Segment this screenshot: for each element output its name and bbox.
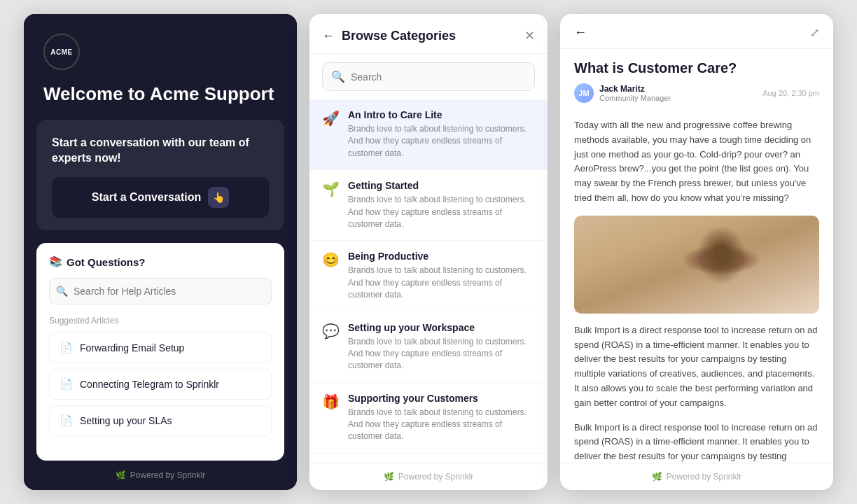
article-item-1[interactable]: 📄 Connecting Telegram to Sprinklr bbox=[49, 369, 272, 400]
article-label-0: Forwarding Email Setup bbox=[80, 342, 184, 354]
category-icon-4: 🎁 bbox=[322, 393, 340, 410]
close-button[interactable]: ✕ bbox=[524, 28, 535, 43]
category-title-2: Being Productive bbox=[348, 251, 535, 262]
category-icon-3: 💬 bbox=[322, 323, 340, 340]
category-item-4[interactable]: 🎁 Supporting your Customers Brands love … bbox=[309, 383, 548, 454]
start-conversation-label: Start a Conversation bbox=[92, 191, 201, 204]
article-panel: ← ⤢ What is Customer Care? JM Jack Marit… bbox=[560, 14, 833, 490]
acme-logo-text: ACME bbox=[50, 48, 72, 56]
start-conversation-button[interactable]: Start a Conversation 👆 bbox=[52, 177, 269, 218]
left-footer-text: Powered by Sprinklr bbox=[130, 470, 205, 480]
article-label-2: Setting up your SLAs bbox=[80, 415, 172, 426]
welcome-title: Welcome to Acme Support bbox=[43, 83, 277, 106]
category-desc-2: Brands love to talk about listening to c… bbox=[348, 265, 535, 301]
category-desc-0: Brands love to talk about listening to c… bbox=[348, 123, 535, 160]
sprinklr-leaf-icon-mid: 🌿 bbox=[384, 472, 394, 482]
article-item-2[interactable]: 📄 Setting up your SLAs bbox=[49, 405, 272, 436]
category-title-3: Setting up your Workspace bbox=[348, 322, 535, 333]
conversation-card: Start a conversation with our team of ex… bbox=[36, 120, 284, 231]
right-footer-text: Powered by Sprinklr bbox=[667, 472, 741, 482]
coffee-image-visual bbox=[574, 216, 819, 314]
category-item-0[interactable]: 🚀 An Intro to Care Lite Brands love to t… bbox=[309, 99, 548, 170]
category-search-wrap: 🔍 bbox=[309, 54, 548, 99]
suggested-label: Suggested Articles bbox=[49, 316, 272, 326]
questions-section: 📚 Got Questions? 🔍 Suggested Articles 📄 … bbox=[36, 243, 284, 461]
category-desc-1: Brands love to talk about listening to c… bbox=[348, 194, 535, 230]
category-content-3: Setting up your Workspace Brands love to… bbox=[348, 322, 535, 372]
avatar: JM bbox=[574, 83, 594, 103]
category-search-bar: 🔍 bbox=[322, 62, 535, 91]
sprinklr-leaf-icon-right: 🌿 bbox=[652, 472, 662, 482]
back-arrow-button[interactable]: ← bbox=[322, 29, 335, 43]
browse-header-left: ← Browse Categories bbox=[322, 29, 456, 43]
search-icon: 🔍 bbox=[56, 286, 68, 297]
questions-title: 📚 Got Questions? bbox=[49, 255, 272, 268]
right-panel-footer: 🌿 Powered by Sprinklr bbox=[560, 463, 833, 490]
categories-list: 🚀 An Intro to Care Lite Brands love to t… bbox=[309, 99, 548, 463]
category-desc-4: Brands love to talk about listening to c… bbox=[348, 407, 535, 443]
article-label-1: Connecting Telegram to Sprinklr bbox=[80, 379, 219, 390]
article-paragraph-2: Bulk Import is a direct response tool to… bbox=[574, 421, 819, 463]
search-help-wrap: 🔍 bbox=[49, 278, 272, 304]
author-name: Jack Maritz bbox=[599, 84, 671, 94]
article-title: What is Customer Care? bbox=[574, 60, 819, 76]
author-details: Jack Maritz Community Manager bbox=[599, 84, 671, 102]
category-title-1: Getting Started bbox=[348, 180, 535, 191]
article-icon-2: 📄 bbox=[60, 414, 73, 427]
search-bar-icon: 🔍 bbox=[331, 70, 345, 83]
left-panel-footer: 🌿 Powered by Sprinklr bbox=[24, 461, 297, 490]
avatar-initials: JM bbox=[578, 89, 589, 97]
category-title-4: Supporting your Customers bbox=[348, 393, 535, 404]
category-item-5[interactable]: 🏳️ Campaigns Brands love to talk about l… bbox=[309, 454, 548, 463]
article-paragraph-1: Bulk Import is a direct response tool to… bbox=[574, 323, 819, 411]
category-content-4: Supporting your Customers Brands love to… bbox=[348, 393, 535, 443]
browse-categories-panel: ← Browse Categories ✕ 🔍 🚀 An Intro to Ca… bbox=[309, 14, 548, 490]
category-content-0: An Intro to Care Lite Brands love to tal… bbox=[348, 109, 535, 160]
author-row: JM Jack Maritz Community Manager Aug 20,… bbox=[574, 83, 819, 103]
expand-icon[interactable]: ⤢ bbox=[810, 26, 819, 39]
article-body: Today with all the new and progressive c… bbox=[560, 110, 833, 463]
article-icon-0: 📄 bbox=[60, 342, 73, 354]
category-content-1: Getting Started Brands love to talk abou… bbox=[348, 180, 535, 230]
search-help-input[interactable] bbox=[49, 278, 272, 304]
category-icon-2: 😊 bbox=[322, 251, 340, 268]
category-title-0: An Intro to Care Lite bbox=[348, 109, 535, 120]
mid-panel-footer: 🌿 Powered by Sprinklr bbox=[309, 463, 548, 490]
article-paragraph-0: Today with all the new and progressive c… bbox=[574, 118, 819, 206]
article-title-section: What is Customer Care? JM Jack Maritz Co… bbox=[560, 49, 833, 110]
article-back-button[interactable]: ← bbox=[574, 25, 587, 40]
category-content-2: Being Productive Brands love to talk abo… bbox=[348, 251, 535, 301]
mid-footer-text: Powered by Sprinklr bbox=[398, 472, 473, 482]
article-icon-1: 📄 bbox=[60, 378, 73, 391]
article-date: Aug 20, 2:30 pm bbox=[762, 89, 819, 97]
browse-header: ← Browse Categories ✕ bbox=[309, 14, 548, 54]
category-item-1[interactable]: 🌱 Getting Started Brands love to talk ab… bbox=[309, 170, 548, 241]
article-header: ← ⤢ bbox=[560, 14, 833, 49]
author-role: Community Manager bbox=[599, 94, 671, 102]
conversation-description: Start a conversation with our team of ex… bbox=[52, 135, 269, 167]
article-item-0[interactable]: 📄 Forwarding Email Setup bbox=[49, 332, 272, 363]
questions-emoji: 📚 bbox=[49, 255, 62, 268]
support-widget-panel: ACME Welcome to Acme Support Start a con… bbox=[24, 14, 297, 490]
category-icon-1: 🌱 bbox=[322, 181, 340, 197]
category-item-3[interactable]: 💬 Setting up your Workspace Brands love … bbox=[309, 312, 548, 383]
author-info: JM Jack Maritz Community Manager bbox=[574, 83, 671, 103]
category-search-input[interactable] bbox=[351, 71, 526, 83]
header-section: ACME Welcome to Acme Support bbox=[24, 14, 297, 120]
sprinklr-leaf-icon-left: 🌿 bbox=[116, 470, 126, 480]
acme-logo: ACME bbox=[43, 34, 80, 70]
browse-title: Browse Categories bbox=[342, 29, 456, 43]
category-icon-0: 🚀 bbox=[322, 110, 340, 127]
questions-title-text: Got Questions? bbox=[67, 256, 146, 268]
coffee-image bbox=[574, 216, 819, 314]
category-desc-3: Brands love to talk about listening to c… bbox=[348, 336, 535, 372]
category-item-2[interactable]: 😊 Being Productive Brands love to talk a… bbox=[309, 241, 548, 312]
start-conversation-icon: 👆 bbox=[208, 187, 229, 208]
